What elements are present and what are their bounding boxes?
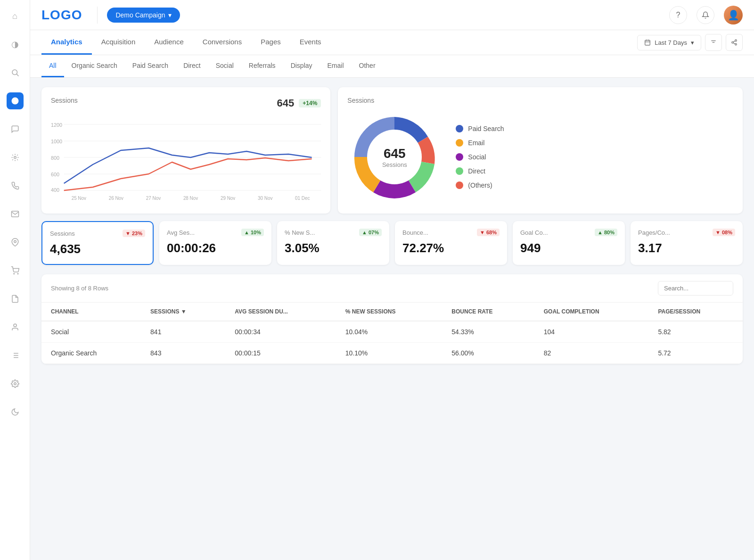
tab-audience[interactable]: Audience xyxy=(145,30,193,55)
svg-rect-15 xyxy=(645,40,650,45)
svg-text:30 Nov: 30 Nov xyxy=(258,196,272,201)
header-divider xyxy=(97,7,98,24)
sub-nav: All Organic Search Paid Search Direct So… xyxy=(30,55,754,78)
tab-conversions[interactable]: Conversions xyxy=(193,30,251,55)
filter-settings-button[interactable] xyxy=(705,34,722,51)
notifications-button[interactable] xyxy=(697,6,714,24)
stat-new-value: 3.05% xyxy=(285,241,382,255)
line-chart-header: Sessions 645 +14% xyxy=(51,97,321,110)
svg-point-2 xyxy=(11,98,18,105)
row1-avg-session: 00:00:34 xyxy=(225,321,336,343)
data-table: CHANNEL SESSIONS ▼ AVG SESSION DU... % N… xyxy=(41,303,743,364)
sidebar-icon-location[interactable] xyxy=(7,234,24,251)
svg-text:25 Nov: 25 Nov xyxy=(72,196,86,201)
sidebar-icon-chat[interactable] xyxy=(7,121,24,138)
stat-pages-label: Pages/Co... xyxy=(638,229,670,236)
sub-nav-paid-search[interactable]: Paid Search xyxy=(125,55,176,77)
date-filter-button[interactable]: Last 7 Days ▾ xyxy=(637,35,701,50)
sub-nav-email[interactable]: Email xyxy=(320,55,352,77)
svg-point-6 xyxy=(17,273,18,274)
stat-bounce-badge: ▼ 68% xyxy=(477,229,500,236)
sidebar-icon-moon[interactable] xyxy=(7,404,24,420)
sidebar-icon-mail[interactable] xyxy=(7,206,24,222)
col-new-sessions[interactable]: % NEW SESSIONS xyxy=(336,303,443,321)
col-page-session[interactable]: PAGE/SESSION xyxy=(648,303,743,321)
sub-nav-social[interactable]: Social xyxy=(208,55,241,77)
sub-nav-referrals[interactable]: Referrals xyxy=(241,55,283,77)
legend-email: Email xyxy=(456,139,504,147)
table-row: Organic Search 843 00:00:15 10.10% 56.00… xyxy=(41,343,743,364)
sidebar-icon-list[interactable] xyxy=(7,347,24,364)
stat-goal-header: Goal Co... ▲ 80% xyxy=(520,229,617,236)
tab-analytics[interactable]: Analytics xyxy=(41,30,92,55)
col-bounce-rate[interactable]: BOUNCE RATE xyxy=(442,303,534,321)
stat-new-sessions[interactable]: % New S... ▲ 07% 3.05% xyxy=(277,221,389,265)
stat-bounce[interactable]: Bounce... ▼ 68% 72.27% xyxy=(395,221,507,265)
svg-point-23 xyxy=(732,41,734,43)
sidebar-icon-settings[interactable] xyxy=(7,375,24,392)
sub-nav-other[interactable]: Other xyxy=(352,55,383,77)
main-content: LOGO Demo Campaign ▾ ? 👤 Analytics Acqui… xyxy=(30,0,754,560)
legend-dot-email xyxy=(456,139,463,147)
tab-acquisition[interactable]: Acquisition xyxy=(92,30,145,55)
row1-sessions: 841 xyxy=(141,321,225,343)
sub-nav-display[interactable]: Display xyxy=(283,55,320,77)
legend-dot-direct xyxy=(456,167,463,175)
charts-row: Sessions 645 +14% 1200 1000 800 600 xyxy=(41,87,743,214)
inner-content: Sessions 645 +14% 1200 1000 800 600 xyxy=(30,78,754,373)
sub-nav-organic-search[interactable]: Organic Search xyxy=(64,55,125,77)
sidebar-icon-chart[interactable]: ◑ xyxy=(7,36,24,53)
stat-sessions[interactable]: Sessions ▼ 23% 4,635 xyxy=(41,221,154,265)
col-goal-completion[interactable]: GOAL COMPLETION xyxy=(534,303,649,321)
svg-text:29 Nov: 29 Nov xyxy=(221,196,235,201)
row1-goal-completion: 104 xyxy=(534,321,649,343)
stat-avg-header: Avg Ses... ▲ 10% xyxy=(167,229,264,236)
row2-sessions: 843 xyxy=(141,343,225,364)
col-avg-session[interactable]: AVG SESSION DU... xyxy=(225,303,336,321)
table-search-input[interactable] xyxy=(658,281,733,296)
row2-goal-completion: 82 xyxy=(534,343,649,364)
svg-line-25 xyxy=(733,43,735,44)
sidebar-icon-document[interactable] xyxy=(7,290,24,307)
stat-goal[interactable]: Goal Co... ▲ 80% 949 xyxy=(513,221,625,265)
stat-goal-badge: ▲ 80% xyxy=(595,229,617,236)
sidebar-icon-home[interactable]: ⌂ xyxy=(7,8,24,25)
stat-sessions-badge: ▼ 23% xyxy=(123,230,145,237)
svg-point-4 xyxy=(14,240,16,243)
col-sessions[interactable]: SESSIONS ▼ xyxy=(141,303,225,321)
sidebar-icon-plugin[interactable] xyxy=(7,149,24,166)
sub-nav-direct[interactable]: Direct xyxy=(176,55,208,77)
svg-text:01 Dec: 01 Dec xyxy=(295,196,310,201)
top-header: LOGO Demo Campaign ▾ ? 👤 xyxy=(30,0,754,30)
share-button[interactable] xyxy=(726,34,743,51)
legend-dot-others xyxy=(456,181,463,189)
campaign-button[interactable]: Demo Campaign ▾ xyxy=(107,8,180,23)
user-avatar[interactable]: 👤 xyxy=(724,6,743,25)
stat-avg-badge: ▲ 10% xyxy=(241,229,264,236)
legend-social: Social xyxy=(456,153,504,161)
col-channel[interactable]: CHANNEL xyxy=(41,303,141,321)
sidebar-icon-search[interactable] xyxy=(7,64,24,81)
svg-text:600: 600 xyxy=(51,172,59,177)
donut-label: Sessions xyxy=(382,161,407,168)
sub-nav-all[interactable]: All xyxy=(41,55,64,77)
row1-page-session: 5.82 xyxy=(648,321,743,343)
stat-pages[interactable]: Pages/Co... ▼ 08% 3.17 xyxy=(631,221,743,265)
campaign-dropdown-icon: ▾ xyxy=(168,11,172,19)
tab-pages[interactable]: Pages xyxy=(251,30,290,55)
sidebar-icon-cart[interactable] xyxy=(7,262,24,279)
table-showing-text: Showing 8 of 8 Rows xyxy=(51,285,108,292)
donut-chart-title: Sessions xyxy=(347,97,733,104)
stat-new-label: % New S... xyxy=(285,229,315,236)
tab-events[interactable]: Events xyxy=(290,30,331,55)
row1-channel: Social xyxy=(41,321,141,343)
sidebar-icon-analytics[interactable] xyxy=(7,92,24,109)
legend-dot-paid-search xyxy=(456,125,463,132)
svg-point-14 xyxy=(14,383,16,385)
line-chart-area: 1200 1000 800 600 400 xyxy=(51,117,321,193)
help-button[interactable]: ? xyxy=(669,6,687,24)
stat-avg-session[interactable]: Avg Ses... ▲ 10% 00:00:26 xyxy=(159,221,271,265)
sidebar-icon-user[interactable] xyxy=(7,319,24,336)
sidebar-icon-phone[interactable] xyxy=(7,177,24,194)
svg-text:1200: 1200 xyxy=(51,122,62,128)
